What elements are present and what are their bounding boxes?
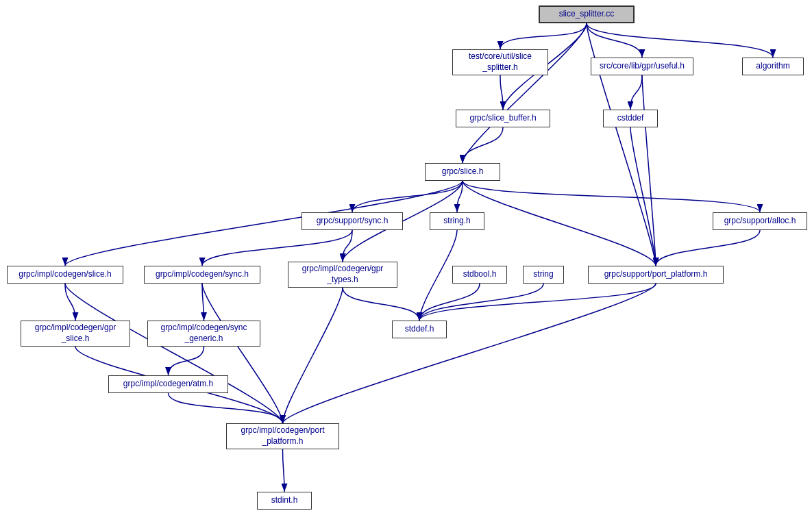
node-src_core_lib_gpr_useful_h: src/core/lib/gpr/useful.h: [591, 58, 693, 75]
graph-edges: [0, 0, 812, 526]
node-grpc_impl_codegen_slice_h: grpc/impl/codegen/slice.h: [7, 266, 123, 284]
node-grpc_impl_codegen_sync_h: grpc/impl/codegen/sync.h: [144, 266, 260, 284]
node-stddef_h: stddef.h: [392, 321, 447, 338]
node-grpc_impl_codegen_atm_h: grpc/impl/codegen/atm.h: [108, 375, 228, 393]
node-string_h: string.h: [430, 212, 484, 230]
node-grpc_support_alloc_h: grpc/support/alloc.h: [713, 212, 807, 230]
node-stdbool_h: stdbool.h: [452, 266, 507, 284]
node-stdint_h: stdint.h: [257, 492, 312, 510]
node-grpc_slice_buffer_h: grpc/slice_buffer.h: [456, 110, 550, 127]
node-grpc_impl_codegen_gpr_types_h: grpc/impl/codegen/gpr _types.h: [288, 262, 397, 288]
node-test_core_util_slice_splitter_h: test/core/util/slice _splitter.h: [452, 49, 548, 75]
node-grpc_slice_h: grpc/slice.h: [425, 163, 500, 181]
node-grpc_support_sync_h: grpc/support/sync.h: [302, 212, 403, 230]
node-grpc_impl_codegen_port_platform_h: grpc/impl/codegen/port _platform.h: [226, 423, 339, 449]
node-slice_splitter_cc: slice_splitter.cc: [539, 5, 635, 23]
node-algorithm: algorithm: [742, 58, 804, 75]
node-cstddef: cstddef: [603, 110, 658, 127]
node-string: string: [523, 266, 564, 284]
dependency-graph: slice_splitter.cctest/core/util/slice _s…: [0, 0, 812, 526]
node-grpc_impl_codegen_sync_generic_h: grpc/impl/codegen/sync _generic.h: [147, 321, 260, 347]
node-grpc_impl_codegen_gpr_slice_h: grpc/impl/codegen/gpr _slice.h: [21, 321, 130, 347]
node-grpc_support_port_platform_h: grpc/support/port_platform.h: [588, 266, 724, 284]
